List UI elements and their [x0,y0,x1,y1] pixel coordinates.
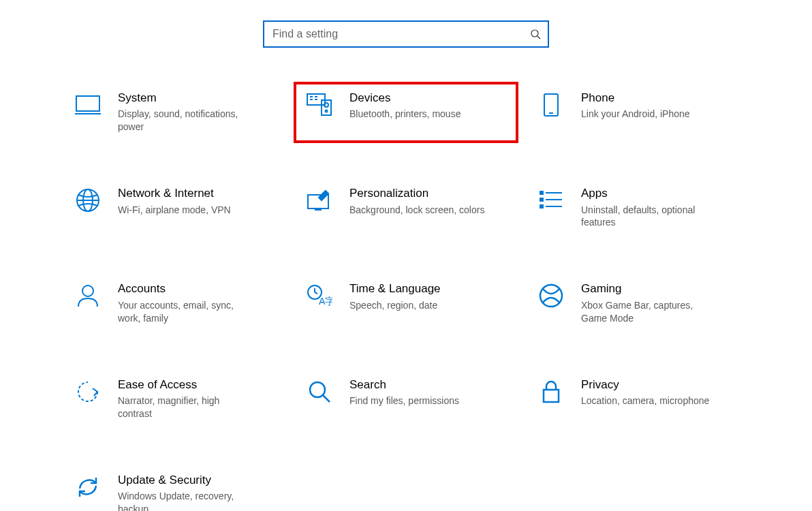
tile-ease[interactable]: Ease of Access Narrator, magnifier, high… [62,369,287,430]
ease-of-access-icon [74,378,102,405]
update-icon [74,474,102,501]
tile-desc: Your accounts, email, sync, work, family [118,299,254,325]
settings-grid: System Display, sound, notifications, po… [0,82,812,511]
tile-title: Devices [349,91,506,105]
phone-icon [537,91,565,119]
accounts-icon [74,282,102,309]
tile-desc: Display, sound, notifications, power [118,108,254,134]
tile-desc: Bluetooth, printers, mouse [349,108,486,121]
personalization-icon [306,187,333,214]
tile-desc: Uninstall, defaults, optional features [581,204,717,230]
tile-privacy[interactable]: Privacy Location, camera, microphone [525,369,750,430]
time-language-icon: A字 [306,282,333,309]
svg-rect-20 [540,191,543,194]
svg-point-26 [82,285,93,296]
tile-text: Accounts Your accounts, email, sync, wor… [118,282,275,324]
search-container [263,20,549,48]
tile-title: Phone [581,91,738,105]
svg-point-11 [326,110,328,112]
tile-desc: Find my files, permissions [349,394,486,407]
globe-icon [74,187,102,214]
svg-point-31 [540,285,562,307]
svg-text:A字: A字 [319,296,332,307]
svg-rect-34 [544,390,559,402]
lock-icon [537,378,565,405]
tile-desc: Narrator, magnifier, high contrast [118,394,254,420]
tile-desc: Windows Update, recovery, backup [118,490,254,511]
tile-text: Network & Internet Wi-Fi, airplane mode,… [118,187,275,216]
devices-icon [306,91,333,119]
tile-network[interactable]: Network & Internet Wi-Fi, airplane mode,… [62,177,287,238]
tile-title: Privacy [581,378,738,392]
tile-phone[interactable]: Phone Link your Android, iPhone [525,82,750,143]
tile-desc: Location, camera, microphone [581,394,717,407]
tile-text: Personalization Background, lock screen,… [349,187,506,216]
tile-gaming[interactable]: Gaming Xbox Game Bar, captures, Game Mod… [525,273,750,334]
tile-title: Network & Internet [118,187,275,200]
tile-apps[interactable]: Apps Uninstall, defaults, optional featu… [525,177,750,238]
search-input[interactable] [263,20,549,48]
tile-title: Time & Language [349,282,506,296]
svg-rect-24 [540,205,543,208]
tile-text: System Display, sound, notifications, po… [118,91,275,134]
tile-title: Search [349,378,506,392]
tile-system[interactable]: System Display, sound, notifications, po… [62,82,287,143]
gaming-icon [537,282,565,309]
tile-title: Ease of Access [118,378,275,392]
tile-text: Update & Security Windows Update, recove… [118,474,275,511]
tile-desc: Link your Android, iPhone [581,108,717,121]
apps-icon [537,187,565,214]
tile-text: Phone Link your Android, iPhone [581,91,738,121]
tile-search[interactable]: Search Find my files, permissions [294,369,518,430]
magnifier-icon [306,378,333,405]
svg-point-0 [531,30,538,37]
search-icon [530,29,541,40]
tile-desc: Xbox Game Bar, captures, Game Mode [581,299,717,325]
tile-desc: Wi-Fi, airplane mode, VPN [118,204,254,217]
tile-text: Devices Bluetooth, printers, mouse [349,91,506,121]
tile-update[interactable]: Update & Security Windows Update, recove… [62,464,287,511]
system-icon [74,91,102,119]
tile-text: Gaming Xbox Game Bar, captures, Game Mod… [581,282,738,324]
tile-text: Apps Uninstall, defaults, optional featu… [581,187,738,229]
tile-accounts[interactable]: Accounts Your accounts, email, sync, wor… [62,273,287,334]
tile-title: Personalization [349,187,506,200]
tile-text: Search Find my files, permissions [349,378,506,407]
tile-text: Privacy Location, camera, microphone [581,378,738,407]
svg-rect-22 [540,198,543,201]
svg-line-1 [537,36,540,39]
svg-point-10 [324,103,328,107]
svg-line-29 [315,292,317,294]
tile-title: Gaming [581,282,738,296]
tile-desc: Speech, region, date [349,299,486,312]
tile-text: Ease of Access Narrator, magnifier, high… [118,378,275,420]
tile-time[interactable]: A字 Time & Language Speech, region, date [294,273,518,334]
tile-text: Time & Language Speech, region, date [349,282,506,311]
tile-devices[interactable]: Devices Bluetooth, printers, mouse [294,82,518,143]
tile-personalization[interactable]: Personalization Background, lock screen,… [294,177,518,238]
tile-title: Update & Security [118,474,275,487]
svg-point-32 [310,382,325,397]
tile-desc: Background, lock screen, colors [349,204,486,217]
tile-title: Accounts [118,282,275,296]
svg-line-33 [323,395,330,402]
svg-rect-2 [76,96,99,111]
tile-title: Apps [581,187,738,200]
tile-title: System [118,91,275,105]
